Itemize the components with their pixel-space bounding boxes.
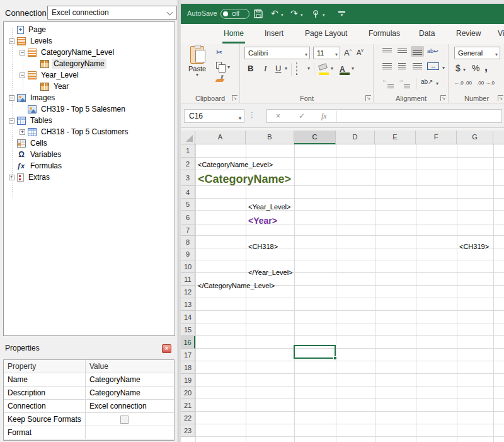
template-tree[interactable]: +Page−Levels−CategoryName_LevelCategoryN… [3,21,175,336]
select-all-corner[interactable] [181,131,195,144]
property-value[interactable]: CategoryName [86,387,174,399]
collapse-icon[interactable]: − [20,50,25,55]
column-header-F[interactable]: F [416,131,457,144]
copy-icon[interactable] [216,62,222,69]
redo-dropdown-icon[interactable]: ▾ [301,13,303,18]
row-header-17[interactable]: 17 [181,349,195,361]
cell-A3[interactable]: <CategoryName> [195,172,291,187]
tree-item[interactable]: −Levels [4,35,175,47]
row-header-11[interactable]: 11 [181,273,195,286]
fill-handle[interactable] [333,356,337,360]
italic-button[interactable]: I [264,62,266,76]
tree-item[interactable]: +Extras [4,172,175,183]
cell-B6[interactable]: <Year> [246,214,277,228]
cell-G8[interactable]: <CH319> [457,240,489,253]
alignment-dialog-launcher-icon[interactable]: ↘ [440,95,446,101]
row-header-8[interactable]: 8 [181,236,195,248]
merge-dropdown-icon[interactable]: ▾ [442,65,445,71]
row-header-1[interactable]: 1 [181,144,195,158]
align-top-icon[interactable] [381,46,394,57]
sheet-row[interactable]: 6 [181,211,504,224]
row-header-19[interactable]: 19 [181,374,195,387]
sheet-row[interactable]: 14 [181,311,504,323]
sheet-row[interactable]: 4 [181,186,504,199]
copy-dropdown-icon[interactable]: ▾ [227,64,230,70]
property-value[interactable] [86,426,174,439]
wrap-text-icon[interactable]: ab↩ [427,46,440,57]
tab-formulas[interactable]: Formulas [367,24,401,44]
tab-insert[interactable]: Insert [263,24,285,44]
align-right-icon[interactable] [411,61,424,72]
tab-data[interactable]: Data [418,24,436,44]
cell-A2[interactable]: <CategoryName_Level> [195,158,273,171]
sheet-row[interactable]: 7 [181,224,504,236]
sheet-row[interactable]: 22 [181,412,504,424]
expand-icon[interactable]: + [9,175,14,180]
row-header-18[interactable]: 18 [181,361,195,374]
tree-item[interactable]: −Images [4,92,175,103]
tree-item[interactable]: CH319 - Top 5 Salesmen [4,103,175,115]
borders-icon[interactable] [296,62,297,75]
close-icon[interactable]: × [162,344,171,353]
cancel-icon[interactable]: × [276,110,280,122]
currency-dropdown-icon[interactable]: ▾ [463,67,466,73]
row-header-9[interactable]: 9 [181,248,195,260]
cut-icon[interactable]: ✂ [216,48,226,58]
property-row[interactable]: ConnectionExcel connection [4,400,174,413]
name-box[interactable]: C16 ▾ [184,109,244,123]
row-header-2[interactable]: 2 [181,158,195,170]
row-header-23[interactable]: 23 [181,424,195,437]
expand-icon[interactable]: + [20,129,25,135]
clipboard-dialog-launcher-icon[interactable]: ↘ [232,95,238,101]
property-row[interactable]: Keep Source Formats [4,413,174,426]
sheet-row[interactable]: 16 [181,336,504,349]
sheet-row[interactable]: 13 [181,298,504,311]
formula-input-area[interactable]: × ✓ fx [266,109,502,123]
customize-quick-access-icon[interactable]: ▾ [338,11,345,18]
property-value[interactable] [86,413,174,426]
orientation-icon[interactable]: ab↗ [421,78,434,89]
comma-style-button[interactable]: , [484,61,488,74]
cell-B5[interactable]: <Year_Level> [246,201,291,213]
percent-style-button[interactable]: % [472,63,479,73]
property-row[interactable]: Format [4,426,174,439]
save-icon[interactable] [253,9,263,19]
underline-button[interactable]: U [275,62,281,76]
formula-bar-dots-icon[interactable]: ⋮ [248,110,256,119]
tree-item[interactable]: ƒxFormulas [4,160,175,172]
format-painter-icon[interactable] [215,79,225,82]
tree-item[interactable]: −Year_Level [4,69,175,81]
property-row[interactable]: DescriptionCategoryName [4,387,174,400]
collapse-icon[interactable]: − [9,38,14,44]
row-header-3[interactable]: 3 [181,170,195,186]
tab-review[interactable]: Review [455,24,482,44]
touch-mode-dropdown-icon[interactable]: ▾ [323,13,325,18]
property-value[interactable]: CategoryName [86,373,174,386]
align-bottom-icon[interactable] [411,46,424,57]
bold-button[interactable]: B [248,62,253,76]
cell-A11[interactable]: </CategoryName_Level> [195,279,275,292]
borders-dropdown-icon[interactable]: ▾ [307,62,310,76]
underline-dropdown-icon[interactable]: ▾ [285,62,287,76]
merge-center-icon[interactable]: ↔ [427,61,440,72]
touch-mode-icon[interactable] [311,9,320,19]
sheet-row[interactable]: 15 [181,323,504,336]
sheet-row[interactable]: 9 [181,248,504,260]
tree-item[interactable]: Cells [4,137,175,149]
sheet-row[interactable]: 18 [181,361,504,374]
row-header-12[interactable]: 12 [181,286,195,298]
currency-button[interactable]: $ [455,63,461,73]
row-header-7[interactable]: 7 [181,224,195,236]
shrink-font-button[interactable]: Av [357,48,364,56]
sheet-row[interactable]: 8 [181,236,504,248]
number-format-combo[interactable]: General ▾ [454,47,500,59]
keep-source-formats-checkbox[interactable] [120,416,129,424]
tab-page-layout[interactable]: Page Layout [304,24,348,44]
row-header-6[interactable]: 6 [181,211,195,224]
cell-B8[interactable]: <CH318> [246,240,278,253]
tree-item[interactable]: +Page [4,24,175,35]
column-header-D[interactable]: D [336,131,375,144]
undo-icon[interactable]: ↶ [271,8,278,18]
fill-color-icon[interactable] [318,63,328,71]
tree-item[interactable]: −CategoryName_Level [4,47,175,58]
